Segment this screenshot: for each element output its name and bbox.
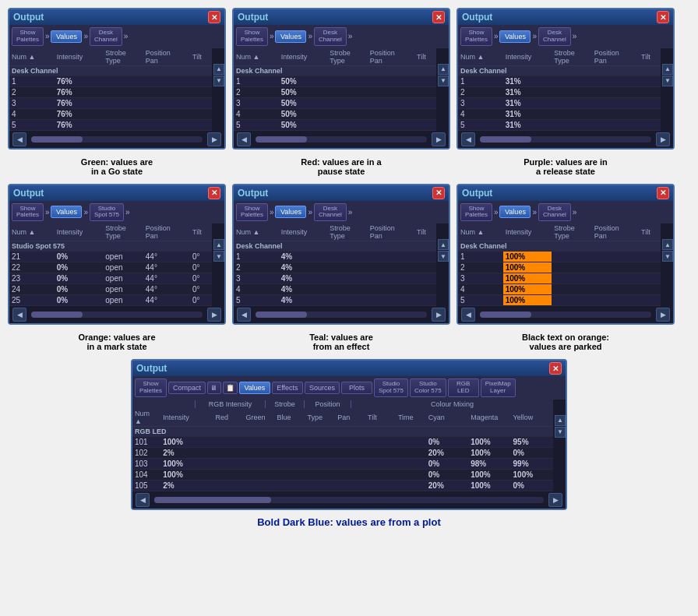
scroll-down[interactable]: ▼ — [555, 427, 566, 438]
nav-right[interactable]: ▶ — [432, 132, 446, 146]
scrollbar[interactable] — [254, 135, 428, 144]
caption-text: Teal: values arefrom an effect — [309, 333, 373, 351]
icon-btn2[interactable]: 📋 — [223, 382, 238, 394]
row-strobe — [552, 97, 592, 108]
fixture-type-btn[interactable]: StudioSpot 575 — [90, 203, 124, 222]
scrollbar[interactable] — [30, 135, 204, 144]
close-button[interactable]: ✕ — [657, 187, 669, 199]
row-pan — [368, 97, 414, 108]
row-tilt — [365, 469, 396, 480]
row-intensity: 4% — [279, 284, 328, 295]
desk-channel-btn[interactable]: DeskChannel — [90, 27, 122, 46]
scroll-down[interactable]: ▼ — [662, 251, 673, 262]
row-tilt — [414, 262, 436, 273]
scroll-down[interactable]: ▼ — [662, 76, 673, 86]
row-magenta: 100% — [468, 447, 510, 458]
scroll-up[interactable]: ▲ — [438, 64, 449, 75]
nav-right[interactable]: ▶ — [432, 308, 446, 322]
table-row: 550% — [234, 119, 436, 130]
row-magenta: 100% — [468, 469, 510, 480]
row-tilt — [365, 458, 396, 469]
output-window-purple: Output ✕ ShowPalettes » Values » DeskCha… — [457, 8, 675, 150]
effects-btn[interactable]: Effects — [272, 382, 303, 394]
desk-channel-btn[interactable]: DeskChannel — [538, 203, 571, 222]
scroll-up[interactable]: ▲ — [662, 239, 673, 250]
scrollbar[interactable] — [478, 135, 653, 144]
rgb-led-btn[interactable]: RGBLED — [448, 378, 479, 397]
show-palettes-btn[interactable]: ShowPalettes — [12, 203, 44, 222]
output-window-teal: Output ✕ ShowPalettes » Values » DeskCha… — [232, 184, 450, 326]
pixelmap-btn[interactable]: PixelMapLayer — [481, 378, 516, 397]
values-btn[interactable]: Values — [51, 30, 82, 43]
studio-spot-btn[interactable]: StudioSpot 575 — [374, 378, 408, 397]
scroll-down[interactable]: ▼ — [213, 76, 224, 86]
scroll-up[interactable]: ▲ — [213, 239, 224, 250]
nav-left[interactable]: ◀ — [461, 132, 475, 146]
close-button[interactable]: ✕ — [549, 362, 562, 375]
scroll-down[interactable]: ▼ — [438, 251, 449, 262]
show-palettes-btn[interactable]: ShowPalettes — [12, 27, 44, 46]
desk-channel-btn[interactable]: DeskChannel — [314, 203, 347, 222]
row-intensity: 76% — [55, 76, 104, 86]
show-palettes-btn[interactable]: ShowPalettes — [135, 378, 167, 397]
nav-right[interactable]: ▶ — [656, 308, 670, 322]
col-yellow: Yellow — [511, 409, 553, 427]
scroll-down[interactable]: ▼ — [438, 76, 449, 86]
scroll-up[interactable]: ▲ — [662, 64, 673, 75]
values-btn[interactable]: Values — [239, 382, 270, 394]
chevron-icon3: » — [573, 208, 577, 216]
col-intensity: Intensity — [279, 224, 328, 241]
nav-left[interactable]: ◀ — [136, 493, 150, 507]
show-palettes-btn[interactable]: ShowPalettes — [460, 203, 492, 222]
nav-left[interactable]: ◀ — [12, 132, 26, 146]
desk-channel-btn[interactable]: DeskChannel — [314, 27, 347, 46]
values-btn[interactable]: Values — [499, 30, 531, 43]
values-btn[interactable]: Values — [499, 206, 531, 218]
values-btn[interactable]: Values — [51, 206, 82, 218]
row-magenta: 100% — [468, 436, 510, 447]
sources-btn[interactable]: Sources — [305, 382, 340, 394]
scroll-up[interactable]: ▲ — [438, 239, 449, 250]
nav-right[interactable]: ▶ — [207, 308, 221, 322]
scrollbar[interactable] — [153, 495, 545, 505]
section-header: Desk Channel — [458, 65, 661, 76]
row-intensity: 2% — [160, 447, 213, 458]
desk-channel-btn[interactable]: DeskChannel — [538, 27, 571, 46]
scroll-down[interactable]: ▼ — [213, 251, 224, 262]
show-palettes-btn[interactable]: ShowPalettes — [236, 27, 268, 46]
nav-left[interactable]: ◀ — [237, 132, 251, 146]
nav-right[interactable]: ▶ — [656, 132, 670, 146]
col-pan: Pan — [335, 409, 365, 427]
show-palettes-btn[interactable]: ShowPalettes — [460, 27, 492, 46]
nav-left[interactable]: ◀ — [237, 308, 251, 322]
compact-btn[interactable]: Compact — [168, 382, 206, 394]
studio-color-btn[interactable]: StudioColor 575 — [410, 378, 446, 397]
row-intensity: 50% — [279, 86, 328, 97]
close-button[interactable]: ✕ — [208, 11, 220, 23]
table-row: 105 2% 20% 100% 0% — [132, 480, 553, 491]
close-button[interactable]: ✕ — [432, 187, 445, 199]
nav-left[interactable]: ◀ — [461, 308, 475, 322]
close-button[interactable]: ✕ — [657, 11, 669, 23]
scrollbar[interactable] — [254, 310, 428, 319]
title-bar-green: Output ✕ — [9, 9, 224, 25]
scrollbar[interactable] — [30, 310, 204, 319]
row-green — [243, 480, 274, 491]
row-strobe — [552, 252, 592, 262]
scroll-up[interactable]: ▲ — [213, 64, 224, 75]
values-btn[interactable]: Values — [275, 30, 306, 43]
plots-btn[interactable]: Plots — [341, 382, 372, 394]
nav-left[interactable]: ◀ — [12, 308, 26, 322]
nav-right[interactable]: ▶ — [548, 493, 562, 507]
show-palettes-btn[interactable]: ShowPalettes — [236, 203, 268, 222]
scrollbar[interactable] — [478, 310, 653, 319]
values-btn[interactable]: Values — [275, 206, 306, 218]
icon-btn1[interactable]: 🖥 — [207, 382, 221, 394]
section-header: Desk Channel — [234, 241, 436, 252]
close-button[interactable]: ✕ — [208, 187, 220, 199]
col-strobe: StrobeType — [327, 48, 368, 66]
close-button[interactable]: ✕ — [432, 11, 445, 23]
nav-right[interactable]: ▶ — [207, 132, 221, 146]
scroll-up[interactable]: ▲ — [555, 415, 566, 426]
row-strobe: open — [103, 252, 143, 262]
